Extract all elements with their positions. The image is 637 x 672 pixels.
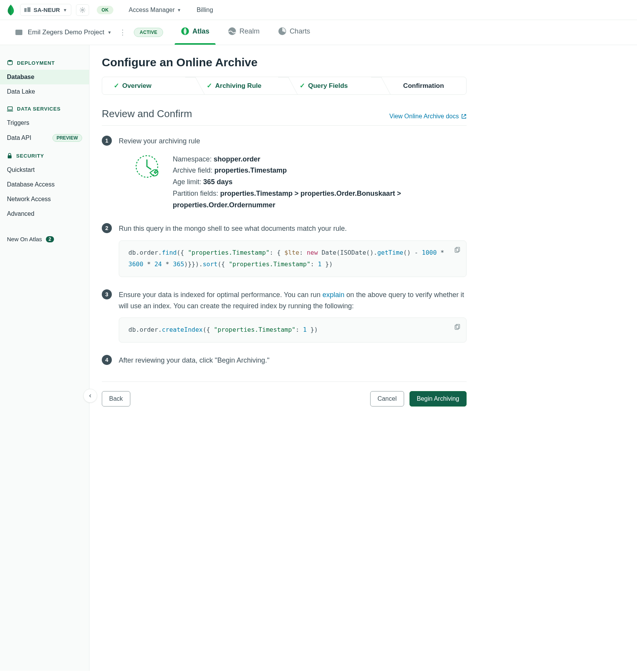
- step-4: 4 After reviewing your data, click "Begi…: [102, 355, 467, 366]
- explain-link[interactable]: explain: [322, 291, 344, 299]
- wizard-step-overview[interactable]: ✓Overview: [102, 77, 195, 94]
- step-1-title: Review your archiving rule: [119, 136, 467, 147]
- main-content: Configure an Online Archive ✓Overview ✓A…: [89, 45, 479, 671]
- sidebar-heading-data-services: DATA SERVICES: [0, 106, 89, 112]
- step-1: 1 Review your archiving rule Namespace: …: [102, 136, 467, 215]
- tab-realm[interactable]: Realm: [227, 24, 260, 41]
- tab-charts[interactable]: Charts: [277, 24, 311, 41]
- step-number: 3: [102, 289, 112, 299]
- sidebar-item-data-api[interactable]: Data API PREVIEW: [0, 130, 89, 146]
- app-tabs: Atlas Realm Charts: [180, 24, 311, 41]
- sidebar-item-data-lake[interactable]: Data Lake: [0, 84, 89, 99]
- begin-archiving-button[interactable]: Begin Archiving: [410, 391, 467, 407]
- check-icon: ✓: [114, 82, 119, 90]
- sidebar-item-network-access[interactable]: Network Access: [0, 192, 89, 207]
- sidebar-item-triggers[interactable]: Triggers: [0, 116, 89, 130]
- tab-atlas[interactable]: Atlas: [180, 24, 210, 41]
- project-menu-button[interactable]: ⋮: [117, 28, 128, 37]
- project-selector[interactable]: Emil Zegers Demo Project ▼: [28, 29, 111, 36]
- org-name: SA-NEUR: [34, 7, 60, 13]
- svg-rect-7: [8, 107, 12, 110]
- step-number: 1: [102, 136, 112, 146]
- copy-button[interactable]: [454, 323, 461, 335]
- top-nav: SA-NEUR ▼ OK Access Manager ▼ Billing: [0, 0, 637, 20]
- svg-rect-13: [455, 325, 458, 329]
- svg-rect-0: [24, 8, 27, 12]
- svg-rect-14: [456, 324, 460, 329]
- step-number: 2: [102, 223, 112, 233]
- back-button[interactable]: Back: [102, 391, 130, 407]
- svg-rect-11: [455, 248, 458, 252]
- count-badge: 2: [46, 236, 54, 242]
- billing-link[interactable]: Billing: [197, 7, 213, 13]
- collapse-sidebar-button[interactable]: ‹: [83, 389, 97, 403]
- svg-rect-12: [456, 247, 460, 252]
- org-selector[interactable]: SA-NEUR ▼: [20, 4, 71, 16]
- svg-point-2: [82, 9, 84, 11]
- preview-badge: PREVIEW: [52, 134, 82, 142]
- charts-icon: [278, 27, 286, 35]
- config-summary: Namespace: shopper.order Archive field: …: [173, 154, 467, 211]
- code-block-index: db.order.createIndex({ "properties.Times…: [119, 318, 467, 342]
- clock-wrench-icon: [134, 154, 161, 181]
- gear-icon: [79, 7, 86, 13]
- lock-icon: [7, 153, 12, 159]
- cancel-button[interactable]: Cancel: [370, 391, 404, 407]
- page-title: Configure an Online Archive: [102, 56, 467, 69]
- copy-button[interactable]: [454, 246, 461, 258]
- wizard-steps: ✓Overview ✓Archiving Rule ✓Query Fields …: [102, 77, 467, 95]
- sidebar-item-quickstart[interactable]: Quickstart: [0, 163, 89, 177]
- chevron-down-icon: ▼: [177, 8, 181, 12]
- sidebar-item-advanced[interactable]: Advanced: [0, 207, 89, 221]
- database-icon: [7, 60, 13, 66]
- active-badge: ACTIVE: [134, 28, 163, 37]
- sidebar: DEPLOYMENT Database Data Lake DATA SERVI…: [0, 45, 89, 671]
- step-2: 2 Run this query in the mongo shell to s…: [102, 223, 467, 281]
- org-settings-button[interactable]: [76, 4, 89, 16]
- svg-rect-8: [7, 111, 13, 111]
- realm-icon: [228, 27, 236, 35]
- project-bar: Emil Zegers Demo Project ▼ ⋮ ACTIVE Atla…: [0, 20, 637, 45]
- code-block-query: db.order.find({ "properties.Timestamp": …: [119, 240, 467, 277]
- sidebar-item-database-access[interactable]: Database Access: [0, 177, 89, 192]
- step-number: 4: [102, 355, 112, 365]
- svg-point-6: [8, 60, 12, 62]
- chevron-left-icon: ‹: [89, 391, 91, 400]
- wizard-step-archiving-rule[interactable]: ✓Archiving Rule: [195, 77, 288, 94]
- step-3-text: Ensure your data is indexed for optimal …: [119, 289, 467, 312]
- sidebar-item-database[interactable]: Database: [0, 70, 89, 84]
- chevron-down-icon: ▼: [63, 8, 67, 12]
- access-manager-link[interactable]: Access Manager ▼: [129, 7, 181, 13]
- org-icon: [24, 7, 30, 13]
- wizard-step-query-fields[interactable]: ✓Query Fields: [288, 77, 381, 94]
- step-4-title: After reviewing your data, click "Begin …: [119, 355, 467, 366]
- svg-rect-9: [8, 155, 12, 158]
- step-3: 3 Ensure your data is indexed for optima…: [102, 289, 467, 346]
- svg-rect-1: [27, 7, 30, 12]
- sidebar-heading-security: SECURITY: [0, 153, 89, 159]
- atlas-icon: [181, 27, 189, 35]
- mongodb-leaf-icon: [6, 5, 15, 15]
- wizard-step-confirmation[interactable]: Confirmation: [381, 77, 466, 94]
- laptop-icon: [7, 106, 13, 112]
- chevron-down-icon: ▼: [107, 30, 111, 35]
- external-link-icon: [461, 114, 467, 119]
- footer-bar: ‹ Back Cancel Begin Archiving: [102, 381, 467, 407]
- folder-icon: [15, 30, 22, 35]
- copy-icon: [454, 324, 461, 331]
- section-title: Review and Confirm: [102, 108, 192, 120]
- sidebar-new-on-atlas[interactable]: New On Atlas 2: [0, 230, 89, 248]
- status-badge: OK: [97, 6, 113, 14]
- step-2-title: Run this query in the mongo shell to see…: [119, 223, 467, 234]
- copy-icon: [454, 247, 461, 254]
- check-icon: ✓: [207, 82, 212, 90]
- check-icon: ✓: [300, 82, 305, 90]
- sidebar-heading-deployment: DEPLOYMENT: [0, 60, 89, 66]
- docs-link[interactable]: View Online Archive docs: [389, 113, 467, 120]
